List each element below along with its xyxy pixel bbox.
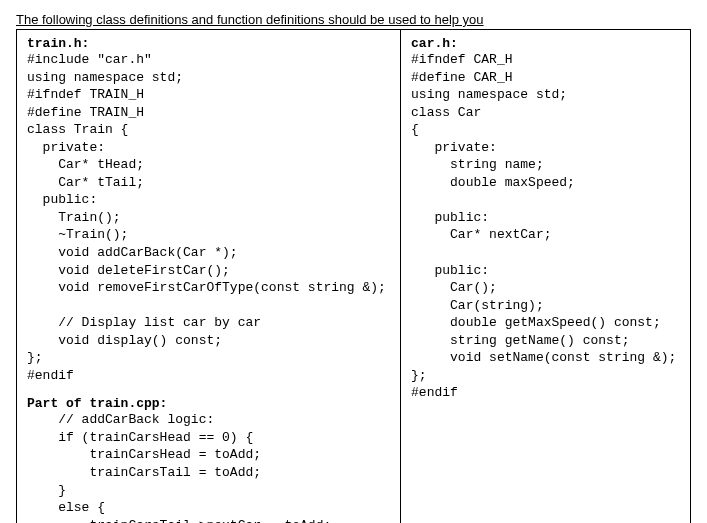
- right-column: car.h: #ifndef CAR_H #define CAR_H using…: [401, 30, 690, 523]
- train-cpp-title: Part of train.cpp:: [27, 396, 390, 411]
- train-h-code: #include "car.h" using namespace std; #i…: [27, 51, 390, 384]
- train-cpp-code: // addCarBack logic: if (trainCarsHead =…: [27, 411, 390, 523]
- code-table: train.h: #include "car.h" using namespac…: [16, 29, 691, 523]
- left-column: train.h: #include "car.h" using namespac…: [17, 30, 401, 523]
- train-h-title: train.h:: [27, 36, 390, 51]
- car-h-code: #ifndef CAR_H #define CAR_H using namesp…: [411, 51, 680, 402]
- car-h-title: car.h:: [411, 36, 680, 51]
- instruction-heading: The following class definitions and func…: [10, 10, 697, 29]
